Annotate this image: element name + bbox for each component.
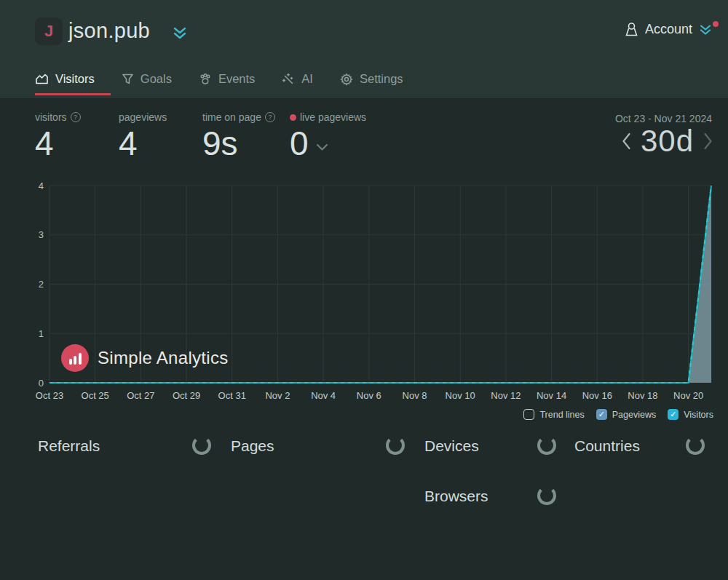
site-initial: J bbox=[44, 22, 53, 41]
stat-live-pageviews: live pageviews 0 bbox=[290, 111, 366, 161]
user-icon bbox=[625, 22, 638, 37]
gear-icon bbox=[340, 73, 353, 86]
live-pageviews-dropdown[interactable]: 0 bbox=[290, 126, 366, 161]
svg-text:Oct 25: Oct 25 bbox=[82, 390, 109, 401]
paw-icon bbox=[199, 73, 212, 85]
notification-dot bbox=[713, 21, 719, 27]
svg-text:Nov 18: Nov 18 bbox=[628, 390, 657, 401]
nav-tabs: Visitors Goals Events bbox=[35, 72, 403, 86]
stat-visitors-value: 4 bbox=[35, 126, 81, 161]
chevron-double-down-icon bbox=[699, 24, 712, 36]
svg-text:Nov 2: Nov 2 bbox=[265, 390, 290, 401]
svg-text:Nov 12: Nov 12 bbox=[491, 390, 521, 401]
svg-text:Nov 16: Nov 16 bbox=[582, 390, 612, 401]
legend-pageviews[interactable]: Pageviews bbox=[596, 409, 656, 420]
svg-text:Oct 23: Oct 23 bbox=[36, 390, 63, 401]
browsers-loading-spinner bbox=[537, 486, 556, 505]
area-chart-icon bbox=[35, 73, 49, 85]
section-pages-title: Pages bbox=[231, 437, 274, 455]
account-menu[interactable]: Account bbox=[625, 22, 712, 37]
pages-loading-spinner bbox=[386, 436, 405, 455]
chevron-down-icon bbox=[315, 143, 329, 152]
funnel-icon bbox=[122, 73, 134, 85]
period-label[interactable]: 30d bbox=[641, 124, 694, 159]
bar-chart-logo-icon bbox=[61, 344, 89, 372]
tab-events[interactable]: Events bbox=[199, 72, 255, 86]
stat-time-on-page: time on page 9s bbox=[202, 111, 275, 161]
legend-trend-lines[interactable]: Trend lines bbox=[523, 409, 584, 420]
site-selector[interactable]: json.pub bbox=[68, 19, 150, 43]
svg-text:0: 0 bbox=[39, 378, 44, 389]
stat-time-on-page-value: 9s bbox=[202, 126, 275, 161]
section-countries-title: Countries bbox=[574, 437, 640, 455]
simple-analytics-watermark[interactable]: Simple Analytics bbox=[61, 344, 229, 372]
svg-text:Oct 29: Oct 29 bbox=[173, 390, 200, 401]
chevron-double-down-icon[interactable] bbox=[172, 26, 188, 40]
tab-ai[interactable]: AI bbox=[282, 72, 313, 86]
svg-text:Nov 20: Nov 20 bbox=[673, 390, 703, 401]
stat-visitors: visitors 4 bbox=[35, 111, 81, 161]
svg-text:Nov 4: Nov 4 bbox=[311, 390, 336, 401]
wand-icon bbox=[282, 73, 295, 85]
section-browsers-title: Browsers bbox=[424, 488, 488, 505]
svg-text:2: 2 bbox=[39, 279, 44, 290]
legend-visitors[interactable]: Visitors bbox=[668, 409, 713, 420]
svg-text:1: 1 bbox=[39, 328, 44, 339]
header: J json.pub Account bbox=[0, 0, 728, 98]
svg-text:Oct 31: Oct 31 bbox=[218, 390, 246, 401]
devices-loading-spinner bbox=[537, 436, 556, 455]
checkbox-checked-icon[interactable] bbox=[668, 409, 678, 420]
referrals-loading-spinner bbox=[192, 436, 211, 455]
checkbox-checked-icon[interactable] bbox=[596, 409, 607, 420]
chevron-right-icon[interactable] bbox=[703, 132, 713, 151]
live-dot-icon bbox=[290, 114, 296, 121]
section-referrals-title: Referrals bbox=[38, 437, 100, 455]
help-icon[interactable] bbox=[265, 112, 275, 122]
help-icon[interactable] bbox=[71, 112, 81, 122]
tab-visitors[interactable]: Visitors bbox=[35, 72, 95, 86]
watermark-text: Simple Analytics bbox=[98, 348, 229, 368]
visitors-chart[interactable]: 01234Oct 23Oct 25Oct 27Oct 29Oct 31Nov 2… bbox=[0, 175, 728, 415]
countries-loading-spinner bbox=[686, 436, 705, 455]
tab-settings[interactable]: Settings bbox=[340, 72, 403, 86]
svg-text:Nov 10: Nov 10 bbox=[446, 390, 475, 401]
svg-text:3: 3 bbox=[39, 229, 44, 240]
tab-goals[interactable]: Goals bbox=[122, 72, 172, 86]
svg-text:Nov 6: Nov 6 bbox=[357, 390, 381, 401]
chevron-left-icon[interactable] bbox=[621, 132, 632, 151]
period-control: 30d bbox=[621, 124, 713, 159]
checkbox-unchecked-icon[interactable] bbox=[523, 409, 534, 420]
svg-text:Nov 14: Nov 14 bbox=[537, 390, 566, 401]
section-devices-title: Devices bbox=[424, 437, 479, 455]
stat-pageviews-value: 4 bbox=[119, 126, 167, 161]
date-range-label: Oct 23 - Nov 21 2024 bbox=[615, 113, 712, 124]
active-tab-underline bbox=[35, 93, 111, 95]
dashboard: J json.pub Account bbox=[0, 0, 728, 580]
account-label: Account bbox=[645, 22, 692, 37]
svg-text:4: 4 bbox=[39, 180, 44, 191]
site-favicon[interactable]: J bbox=[35, 17, 63, 45]
chart-legend: Trend lines Pageviews Visitors bbox=[523, 409, 713, 420]
svg-text:Nov 8: Nov 8 bbox=[403, 390, 427, 401]
stat-pageviews: pageviews 4 bbox=[119, 111, 167, 161]
svg-text:Oct 27: Oct 27 bbox=[127, 390, 154, 401]
